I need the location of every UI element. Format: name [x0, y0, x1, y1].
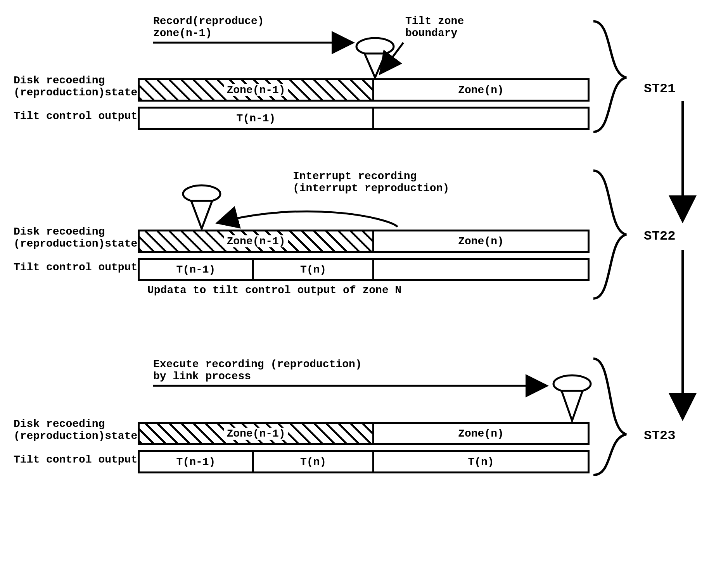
diagram-root: Record(reproduce) zone(n-1) Tilt zone bo… [8, 12, 714, 562]
svg-point-4 [183, 185, 220, 202]
pickup-head-icon-st21 [356, 38, 394, 78]
pickup-head-icon-st23 [553, 375, 591, 421]
svg-point-1 [356, 38, 394, 55]
pickup-head-icon-st22 [183, 185, 220, 229]
svg-point-7 [553, 375, 591, 392]
overlay-svg [8, 12, 714, 562]
